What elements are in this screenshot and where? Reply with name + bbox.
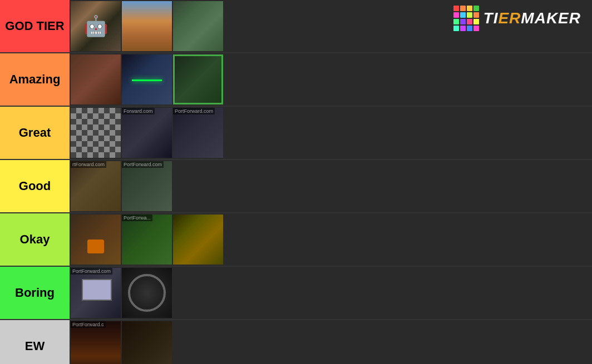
logo-cell	[460, 6, 466, 11]
tier-item-bo2[interactable]	[122, 268, 172, 318]
tier-item-gt2[interactable]	[122, 1, 172, 51]
logo-cell	[473, 12, 479, 18]
tier-item-am2[interactable]	[122, 54, 172, 104]
tier-item-go2[interactable]: PortForward.com	[122, 161, 172, 211]
tier-label-okay: Okay	[0, 213, 70, 266]
tier-item-ew1[interactable]: PortForward.c	[71, 321, 121, 364]
tier-row-boring: BoringPortForward.com	[0, 267, 592, 320]
tier-item-gr2[interactable]: Forward.com	[122, 108, 172, 158]
tier-row-great: GreatForward.comPortForward.com	[0, 107, 592, 160]
tier-item-gr3[interactable]: PortForward.com	[173, 108, 223, 158]
logo-cell	[460, 26, 466, 31]
tier-table: GOD TIERAmazingGreatForward.comPortForwa…	[0, 0, 592, 364]
tier-item-gt1[interactable]	[71, 1, 121, 51]
watermark-text: PortForwa...	[122, 215, 152, 221]
tier-items-amazing	[70, 53, 592, 106]
tier-label-great: Great	[0, 107, 70, 159]
logo-cell	[453, 12, 459, 18]
watermark-text: PortForward.com	[71, 268, 112, 275]
logo-cell	[467, 12, 472, 18]
tier-row-ew: EWPortForward.c	[0, 320, 592, 364]
tier-label-boring: Boring	[0, 267, 70, 319]
logo-cell	[467, 19, 472, 24]
logo-cell	[473, 6, 479, 11]
watermark-text: PortForward.com	[122, 161, 164, 168]
tier-items-ew: PortForward.c	[70, 320, 592, 364]
logo-cell	[467, 26, 472, 31]
tier-item-ok1[interactable]	[71, 215, 121, 265]
watermark-text: Forward.com	[122, 108, 155, 114]
tier-items-great: Forward.comPortForward.com	[70, 107, 592, 159]
tier-item-gr1[interactable]	[71, 108, 121, 158]
watermark-text: PortForward.com	[173, 108, 215, 114]
tiermaker-logo: TiERMAKER	[453, 6, 581, 31]
watermark-text: PortForward.c	[71, 321, 106, 328]
tier-item-am3[interactable]	[173, 54, 223, 104]
tier-row-amazing: Amazing	[0, 53, 592, 107]
logo-cell	[453, 19, 459, 24]
tier-items-okay: PortForwa...	[70, 213, 592, 266]
tier-items-good: rtForward.comPortForward.com	[70, 160, 592, 212]
logo-cell	[453, 26, 459, 31]
logo-cell	[453, 6, 459, 11]
logo-cell	[460, 12, 466, 18]
tier-item-ok2[interactable]: PortForwa...	[122, 215, 172, 265]
tier-row-okay: OkayPortForwa...	[0, 213, 592, 267]
logo-text: TiERMAKER	[484, 9, 581, 27]
tier-label-good: Good	[0, 160, 70, 212]
tier-item-ew2[interactable]	[122, 321, 172, 364]
logo-cell	[460, 19, 466, 24]
tier-label-amazing: Amazing	[0, 53, 70, 106]
tier-item-go1[interactable]: rtForward.com	[71, 161, 121, 211]
tier-label-god-tier: GOD TIER	[0, 0, 70, 52]
tier-item-bo1[interactable]: PortForward.com	[71, 268, 121, 318]
logo-grid-icon	[453, 6, 479, 31]
tier-label-ew: EW	[0, 320, 70, 364]
logo-cell	[473, 26, 479, 31]
tier-row-good: GoodrtForward.comPortForward.com	[0, 160, 592, 213]
watermark-text: rtForward.com	[71, 161, 106, 168]
logo-cell	[467, 6, 472, 11]
tier-item-gt3[interactable]	[173, 1, 223, 51]
tier-items-boring: PortForward.com	[70, 267, 592, 319]
tier-item-ok3[interactable]	[173, 215, 223, 265]
logo-cell	[473, 19, 479, 24]
tier-item-am1[interactable]	[71, 54, 121, 104]
